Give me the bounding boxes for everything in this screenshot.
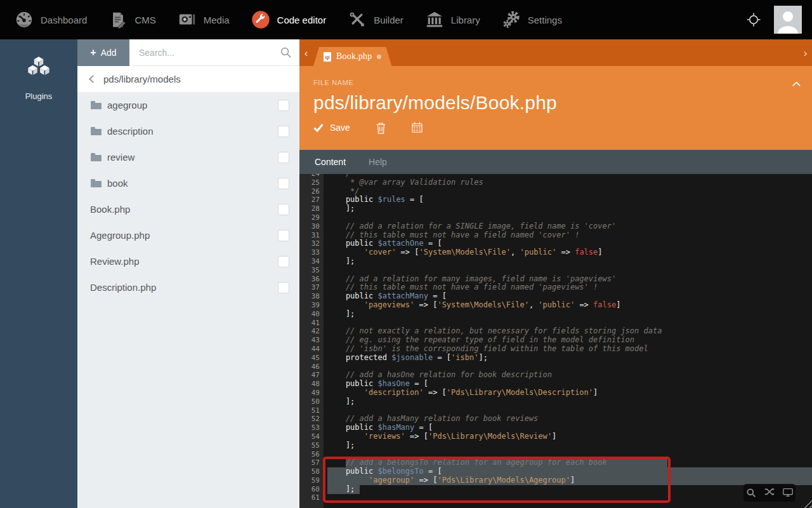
editor-shuffle-icon[interactable] (764, 488, 775, 498)
nav-item-media[interactable]: Media (167, 0, 240, 39)
delete-button[interactable] (376, 122, 386, 133)
code-line[interactable]: 32 public $attachOne = [ (299, 239, 812, 248)
line-number: 47 (299, 371, 324, 380)
nav-item-code-editor[interactable]: Code editor (240, 0, 337, 39)
file-path-title: pds/library/models/Book.php (313, 92, 812, 114)
file-row[interactable]: Agegroup.php (77, 222, 299, 248)
code-text: public $hasOne = [ (324, 380, 428, 389)
item-label: description (107, 126, 278, 137)
breadcrumb: pds/library/models (77, 66, 299, 92)
add-button[interactable]: + Add (77, 39, 129, 66)
file-row[interactable]: Description.php (77, 274, 299, 300)
code-line[interactable]: 42 // not exactly a relation, but necess… (299, 327, 812, 336)
tabs-scroll-left-icon[interactable]: ‹ (304, 48, 308, 59)
folder-row[interactable]: description (77, 118, 299, 144)
line-number: 25 (299, 178, 324, 187)
header-actions: Save (313, 122, 812, 133)
code-editor[interactable]: 24 /**25 * @var array Validation rules26… (299, 174, 812, 508)
nav-item-library[interactable]: Library (414, 0, 491, 39)
folder-icon (90, 100, 102, 110)
item-checkbox[interactable] (278, 152, 289, 163)
code-line[interactable]: 39 'pageviews' => ['System\Models\File',… (299, 301, 812, 310)
tabs-scroll-right-icon[interactable]: › (803, 48, 808, 59)
code-line[interactable]: 56 (299, 450, 812, 459)
plugins-sidebar: Plugins (0, 39, 77, 508)
item-checkbox[interactable] (278, 126, 289, 137)
code-line[interactable]: 35 (299, 266, 812, 275)
code-line[interactable]: 48 public $hasOne = [ (299, 380, 812, 389)
calendar-button[interactable] (412, 122, 422, 133)
line-number: 60 (299, 485, 324, 494)
code-line[interactable]: 38 public $attachMany = [ (299, 292, 812, 301)
code-line[interactable]: 29 (299, 213, 812, 222)
folder-row[interactable]: review (77, 144, 299, 170)
nav-item-builder[interactable]: Builder (337, 0, 414, 39)
code-line[interactable]: 34 ]; (299, 257, 812, 266)
code-line[interactable]: 60 ]; (299, 485, 812, 494)
code-line[interactable]: 30 // add a relation for a SINGLE image,… (299, 222, 812, 231)
code-line[interactable]: 37 // this table must not have a field n… (299, 283, 812, 292)
item-checkbox[interactable] (278, 178, 289, 189)
code-line[interactable]: 55 ]; (299, 441, 812, 450)
plugins-icon (24, 55, 53, 84)
code-line[interactable]: 46 (299, 363, 812, 371)
code-text: 'agegroup' => ['Pds\Library\Models\Agegr… (324, 476, 575, 485)
cms-icon (108, 10, 128, 29)
nav-item-settings[interactable]: Settings (491, 0, 573, 39)
code-line[interactable]: 50 ]; (299, 398, 812, 406)
file-tab[interactable]: φ Book.php (313, 47, 391, 66)
code-line[interactable]: 31 // this table must not have a field n… (299, 231, 812, 240)
tab-help[interactable]: Help (369, 157, 387, 167)
sidebar-item-plugins[interactable]: Plugins (0, 39, 77, 101)
code-line[interactable]: 45 protected $jsonable = ['isbn']; (299, 354, 812, 363)
code-text: ]; (324, 485, 355, 494)
item-checkbox[interactable] (278, 100, 289, 111)
crosshair-icon[interactable] (746, 12, 761, 27)
code-line[interactable]: 33 'cover' => ['System\Models\File', 'pu… (299, 248, 812, 257)
folder-row[interactable]: book (77, 170, 299, 196)
code-line[interactable]: 41 (299, 319, 812, 328)
file-row[interactable]: Review.php (77, 248, 299, 274)
item-checkbox[interactable] (278, 204, 289, 215)
item-label: Book.php (90, 204, 278, 215)
file-row[interactable]: Book.php (77, 196, 299, 222)
code-line[interactable]: 57 // add a belongsTo relation for an ag… (299, 458, 812, 467)
collapse-header-icon[interactable] (794, 83, 801, 90)
code-line[interactable]: 27 public $rules = [ (299, 196, 812, 204)
editor-display-icon[interactable] (783, 488, 793, 498)
code-line[interactable]: 51 (299, 406, 812, 415)
save-button[interactable]: Save (313, 123, 350, 133)
editor-search-icon[interactable] (746, 488, 756, 498)
code-line[interactable]: 53 public $hasMany = [ (299, 424, 812, 432)
item-checkbox[interactable] (278, 230, 289, 241)
nav-item-dashboard[interactable]: Dashboard (4, 0, 98, 39)
code-line[interactable]: 58 public $belongsTo = [ (299, 467, 812, 476)
line-number: 45 (299, 354, 324, 363)
line-number: 58 (299, 467, 324, 476)
folder-row[interactable]: agegroup (77, 92, 299, 118)
code-line[interactable]: 28 ]; (299, 204, 812, 213)
code-line[interactable]: 49 'description' => ['Pds\Library\Models… (299, 389, 812, 398)
code-text: ]; (324, 257, 355, 266)
nav-item-cms[interactable]: CMS (98, 0, 166, 39)
code-line[interactable]: 54 'reviews' => ['Pds\Library\Models\Rev… (299, 432, 812, 441)
code-line[interactable]: 26 */ (299, 187, 812, 196)
item-checkbox[interactable] (278, 282, 289, 293)
user-avatar[interactable] (774, 6, 802, 34)
tab-content[interactable]: Content (315, 157, 346, 167)
line-number: 56 (299, 450, 324, 459)
code-line[interactable]: 59 'agegroup' => ['Pds\Library\Models\Ag… (299, 476, 812, 485)
code-line[interactable]: 44 // 'isbn' is the corrsponding field w… (299, 345, 812, 354)
item-checkbox[interactable] (278, 256, 289, 267)
item-label: Description.php (90, 282, 278, 293)
code-line[interactable]: 52 // add a hasMany relation for book re… (299, 415, 812, 424)
search-input[interactable] (129, 39, 299, 65)
code-line[interactable]: 47 // add a hasOne relation for book des… (299, 371, 812, 380)
back-chevron-icon[interactable] (89, 75, 97, 83)
code-line[interactable]: 25 * @var array Validation rules (299, 178, 812, 187)
code-line[interactable]: 61 (299, 493, 812, 502)
code-text (324, 450, 327, 459)
code-line[interactable]: 40 ]; (299, 310, 812, 319)
code-line[interactable]: 43 // eg. using the repeater type of fie… (299, 336, 812, 345)
code-line[interactable]: 36 // ad a relation for many images, fie… (299, 275, 812, 284)
